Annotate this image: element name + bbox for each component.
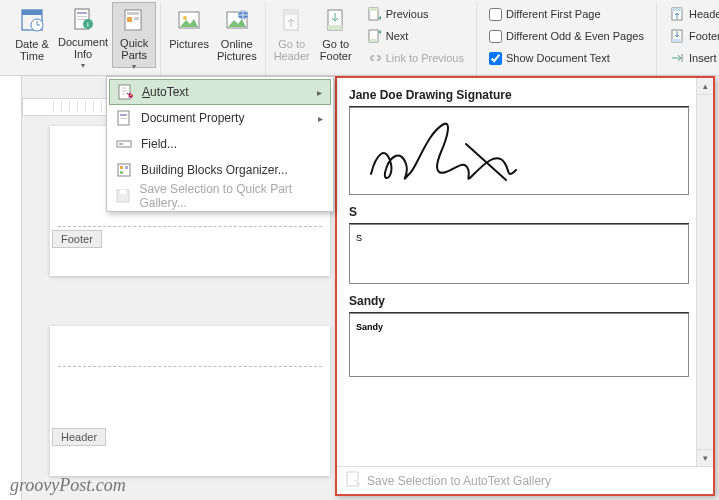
- insert-alignment-tab-button[interactable]: Insert Alignment Tab: [665, 48, 719, 68]
- autotext-menu-item[interactable]: AutoText ▸: [109, 79, 331, 105]
- footer-from-bottom-label: Footer from Bottom: [689, 30, 719, 42]
- scroll-up-icon[interactable]: ▴: [697, 78, 713, 95]
- svg-rect-5: [77, 16, 87, 17]
- ribbon-group-illustrations: Pictures Online Pictures: [161, 2, 266, 75]
- ribbon-group-navigation: Go to Header Go to Footer Previous Next: [266, 2, 477, 75]
- ribbon-group-position: Header from Top: Footer from Bottom Inse…: [657, 2, 719, 75]
- autotext-entry-content: S: [356, 233, 362, 243]
- document-property-menu-item[interactable]: Document Property ▸: [109, 105, 331, 131]
- svg-rect-36: [120, 166, 123, 169]
- field-label: Field...: [141, 137, 177, 151]
- signature-drawing-icon: [356, 114, 576, 192]
- goto-header-label: Go to Header: [274, 38, 310, 62]
- next-icon: [366, 28, 382, 44]
- save-icon: [115, 187, 131, 205]
- nav-small-col: Previous Next Link to Previous: [358, 2, 472, 70]
- svg-rect-38: [120, 171, 123, 174]
- save-to-autotext-label: Save Selection to AutoText Gallery: [367, 474, 551, 488]
- autotext-entry-preview: S: [349, 224, 689, 284]
- document-info-label: Document Info: [58, 36, 108, 60]
- header-tag: Header: [52, 428, 106, 446]
- save-selection-label: Save Selection to Quick Part Gallery...: [139, 182, 325, 210]
- autotext-entry-title: Sandy: [349, 294, 689, 308]
- page-2[interactable]: [50, 326, 330, 476]
- svg-rect-10: [127, 12, 139, 15]
- chevron-down-icon: ▾: [81, 62, 85, 71]
- different-first-page-checkbox[interactable]: Different First Page: [485, 4, 648, 24]
- header-from-top-field[interactable]: Header from Top:: [665, 4, 719, 24]
- document-property-icon: [115, 109, 133, 127]
- ribbon-group-options: Different First Page Different Odd & Eve…: [477, 2, 657, 75]
- date-time-button[interactable]: Date & Time: [10, 2, 54, 68]
- save-selection-menu-item: Save Selection to Quick Part Gallery...: [109, 183, 331, 209]
- date-time-label: Date & Time: [15, 38, 49, 62]
- autotext-gallery: Jane Doe Drawing Signature S S Sandy San…: [335, 76, 715, 496]
- autotext-entry-preview: Sandy: [349, 313, 689, 377]
- building-blocks-icon: [115, 161, 133, 179]
- autotext-gallery-body: Jane Doe Drawing Signature S S Sandy San…: [337, 78, 713, 466]
- tab-icon: [669, 50, 685, 66]
- quick-parts-button[interactable]: Quick Parts ▾: [112, 2, 156, 68]
- insert-alignment-tab-label: Insert Alignment Tab: [689, 52, 719, 64]
- footer-tag: Footer: [52, 230, 102, 248]
- document-info-button[interactable]: i Document Info ▾: [54, 2, 112, 68]
- online-pictures-label: Online Pictures: [217, 38, 257, 62]
- building-blocks-menu-item[interactable]: Building Blocks Organizer...: [109, 157, 331, 183]
- next-label: Next: [386, 30, 409, 42]
- show-document-text-checkbox[interactable]: Show Document Text: [485, 48, 648, 68]
- autotext-entry-s[interactable]: S S: [349, 205, 689, 284]
- svg-rect-4: [77, 12, 87, 14]
- document-property-label: Document Property: [141, 111, 244, 125]
- quick-parts-icon: [120, 7, 148, 33]
- header-from-top-label: Header from Top:: [689, 8, 719, 20]
- link-previous-label: Link to Previous: [386, 52, 464, 64]
- footer-from-bottom-field[interactable]: Footer from Bottom: [665, 26, 719, 46]
- autotext-label: AutoText: [142, 85, 189, 99]
- svg-text:i: i: [87, 20, 89, 29]
- svg-point-14: [183, 16, 187, 20]
- next-button[interactable]: Next: [362, 26, 468, 46]
- previous-label: Previous: [386, 8, 429, 20]
- chevron-right-icon: ▸: [317, 87, 322, 98]
- autotext-icon: [116, 83, 134, 101]
- online-pictures-button[interactable]: Online Pictures: [213, 2, 261, 68]
- svg-rect-32: [120, 118, 127, 119]
- field-menu-item[interactable]: Field...: [109, 131, 331, 157]
- svg-rect-18: [284, 10, 298, 15]
- svg-rect-37: [125, 166, 128, 169]
- svg-rect-12: [134, 17, 139, 20]
- scroll-down-icon[interactable]: ▾: [697, 449, 713, 466]
- goto-header-button[interactable]: Go to Header: [270, 2, 314, 68]
- svg-rect-26: [672, 8, 682, 11]
- vertical-ruler[interactable]: [0, 76, 22, 500]
- link-previous-button[interactable]: Link to Previous: [362, 48, 468, 68]
- quick-parts-label: Quick Parts: [120, 37, 148, 61]
- link-icon: [366, 50, 382, 66]
- autotext-entry-content: Sandy: [356, 322, 383, 332]
- previous-icon: [366, 6, 382, 22]
- svg-rect-28: [672, 39, 682, 42]
- svg-rect-22: [369, 8, 378, 11]
- previous-button[interactable]: Previous: [362, 4, 468, 24]
- autotext-entry-sandy[interactable]: Sandy Sandy: [349, 294, 689, 377]
- header-top-icon: [669, 6, 685, 22]
- scrollbar[interactable]: ▴ ▾: [696, 78, 713, 466]
- svg-rect-35: [118, 164, 130, 176]
- online-pictures-icon: [223, 6, 251, 34]
- calendar-clock-icon: [18, 6, 46, 34]
- different-odd-even-checkbox[interactable]: Different Odd & Even Pages: [485, 26, 648, 46]
- pictures-button[interactable]: Pictures: [165, 2, 213, 68]
- goto-footer-button[interactable]: Go to Footer: [314, 2, 358, 68]
- different-odd-even-label: Different Odd & Even Pages: [506, 30, 644, 42]
- ribbon: Date & Time i Document Info ▾ Quick Part…: [0, 0, 719, 76]
- ribbon-group-text: Date & Time i Document Info ▾ Quick Part…: [6, 2, 161, 75]
- autotext-entry-signature[interactable]: Jane Doe Drawing Signature: [349, 88, 689, 195]
- svg-rect-34: [119, 143, 123, 145]
- different-first-page-label: Different First Page: [506, 8, 601, 20]
- svg-rect-24: [369, 39, 378, 42]
- svg-rect-29: [119, 85, 130, 99]
- autotext-entry-title: Jane Doe Drawing Signature: [349, 88, 689, 102]
- svg-rect-11: [127, 17, 132, 22]
- pictures-icon: [175, 6, 203, 34]
- goto-footer-icon: [322, 6, 350, 34]
